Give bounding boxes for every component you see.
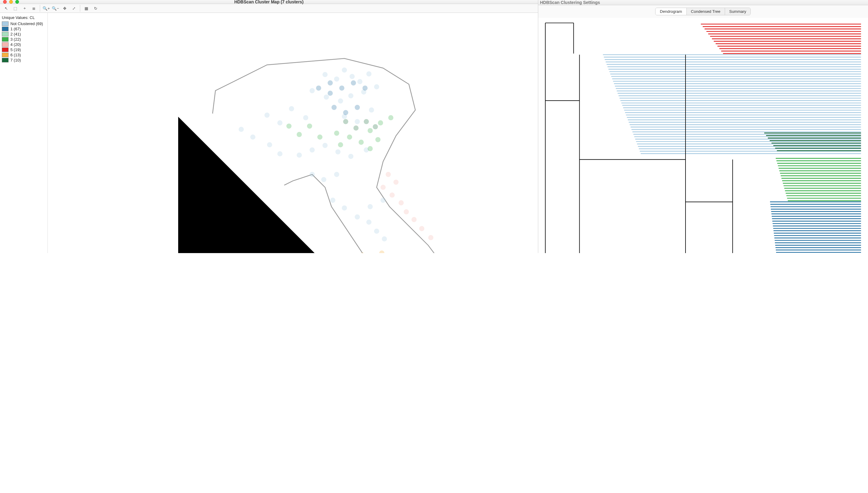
data-point[interactable] [355,105,360,110]
data-point[interactable] [350,74,355,79]
data-point[interactable] [264,113,270,118]
data-point[interactable] [428,235,433,240]
data-point[interactable] [386,172,391,177]
data-point[interactable] [334,77,339,82]
data-point[interactable] [360,253,365,253]
data-point[interactable] [348,154,353,159]
data-point[interactable] [339,85,344,91]
data-point[interactable] [366,219,372,224]
pointer-icon[interactable]: ↖ [2,4,10,13]
data-point[interactable] [321,177,326,182]
legend-item[interactable]: 7 (10) [1,58,46,63]
data-point[interactable] [297,132,302,137]
data-point[interactable] [250,134,255,140]
data-point[interactable] [353,126,359,131]
data-point[interactable] [303,115,308,120]
legend-item[interactable]: 1 (67) [1,26,46,31]
data-point[interactable] [364,119,369,124]
data-point[interactable] [374,84,379,89]
data-point[interactable] [375,137,381,142]
data-point[interactable] [307,124,312,129]
pan-icon[interactable]: ✥ [60,4,69,13]
data-point[interactable] [355,215,360,220]
data-point[interactable] [310,172,315,177]
data-point[interactable] [338,142,343,148]
data-point[interactable] [388,115,394,120]
data-point[interactable] [355,119,360,124]
data-point[interactable] [322,72,327,77]
data-point[interactable] [369,107,374,113]
data-point[interactable] [394,180,399,185]
data-point[interactable] [389,192,395,198]
zoom-in-icon[interactable]: 🔍+ [42,4,50,13]
tab-summary[interactable]: Summary [725,8,751,15]
data-point[interactable] [332,105,337,110]
data-point[interactable] [334,172,339,177]
data-point[interactable] [334,131,339,136]
data-point[interactable] [343,119,348,124]
grid-icon[interactable]: ▦ [82,4,91,13]
extent-icon[interactable]: ⤢ [69,4,78,13]
map-canvas[interactable] [48,13,538,253]
crosshair-icon[interactable]: ＋ [20,4,29,13]
data-point[interactable] [330,198,336,203]
data-point[interactable] [277,151,282,156]
data-point[interactable] [404,209,409,215]
data-point[interactable] [382,236,387,241]
data-point[interactable] [373,124,378,129]
data-point[interactable] [267,142,272,148]
data-point[interactable] [238,127,244,132]
data-point[interactable] [327,91,333,96]
data-point[interactable] [277,120,282,126]
data-point[interactable] [366,71,372,77]
data-point[interactable] [342,67,347,72]
data-point[interactable] [310,148,315,153]
data-point[interactable] [419,226,424,231]
legend-item[interactable]: 2 (41) [1,31,46,37]
legend-item[interactable]: 6 (13) [1,52,46,58]
data-point[interactable] [289,106,294,111]
data-point[interactable] [368,146,373,151]
data-point[interactable] [310,88,315,93]
titlebar: HDBScan Clustering Settings [538,0,868,5]
data-point[interactable] [343,110,348,115]
data-point[interactable] [379,251,384,253]
data-point[interactable] [381,185,386,190]
data-point[interactable] [374,229,379,234]
legend-item[interactable]: 3 (22) [1,37,46,42]
refresh-icon[interactable]: ↻ [91,4,100,13]
data-point[interactable] [359,140,364,145]
data-point[interactable] [381,198,386,203]
data-point[interactable] [245,166,250,171]
tab-condensed-tree[interactable]: Condensed Tree [687,8,725,15]
data-point[interactable] [327,81,333,86]
data-point[interactable] [342,205,347,211]
data-point[interactable] [347,134,352,140]
legend-item[interactable]: Not Clustered (69) [1,21,46,26]
data-point[interactable] [317,134,322,140]
data-point[interactable] [368,204,373,209]
data-point[interactable] [286,124,292,129]
legend-item[interactable]: 4 (20) [1,42,46,47]
data-point[interactable] [316,85,321,91]
zoom-out-icon[interactable]: 🔍− [51,4,60,13]
select-rect-icon[interactable]: ⬚ [11,4,20,13]
data-point[interactable] [348,93,353,99]
data-point[interactable] [368,128,373,133]
tab-dendrogram[interactable]: Dendrogram [656,8,686,15]
legend-item[interactable]: 5 (19) [1,47,46,52]
data-point[interactable] [351,81,356,86]
data-point[interactable] [322,143,327,148]
data-point[interactable] [362,85,368,91]
data-point[interactable] [338,99,343,104]
data-point[interactable] [399,200,404,205]
data-point[interactable] [324,94,329,100]
dendrogram-canvas[interactable]: 191.787153.43115.07276.714838.35740 Mutu… [538,18,868,253]
data-point[interactable] [234,157,239,163]
data-point[interactable] [335,149,340,154]
data-point[interactable] [297,152,302,157]
layers-icon[interactable]: ≣ [29,4,38,13]
data-point[interactable] [411,217,417,222]
data-point[interactable] [378,120,383,126]
data-point[interactable] [357,79,362,84]
